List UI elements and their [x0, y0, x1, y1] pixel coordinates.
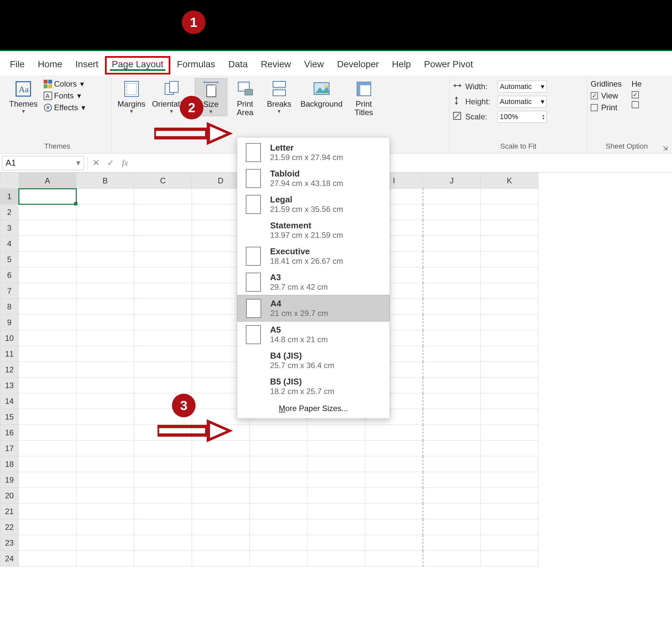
cell-B2[interactable]: [76, 204, 134, 220]
cell-K19[interactable]: [481, 472, 539, 488]
cell-K4[interactable]: [481, 236, 539, 252]
cell-H23[interactable]: [307, 535, 365, 551]
cell-C13[interactable]: [134, 378, 192, 393]
cell-D20[interactable]: [192, 488, 250, 503]
cell-D24[interactable]: [192, 551, 250, 567]
headings-view-checkbox[interactable]: ✓: [631, 90, 642, 100]
tab-formulas[interactable]: Formulas: [170, 56, 222, 74]
cell-K2[interactable]: [481, 204, 539, 220]
size-option-letter[interactable]: Letter21.59 cm x 27.94 cm: [237, 139, 389, 165]
cell-J9[interactable]: [423, 315, 481, 330]
cell-D22[interactable]: [192, 519, 250, 535]
cell-B16[interactable]: [76, 425, 134, 441]
cell-D19[interactable]: [192, 472, 250, 488]
cell-I23[interactable]: [365, 535, 423, 551]
cell-I22[interactable]: [365, 519, 423, 535]
cell-J10[interactable]: [423, 330, 481, 346]
cell-A2[interactable]: [19, 204, 76, 220]
cell-D21[interactable]: [192, 503, 250, 519]
tab-developer[interactable]: Developer: [330, 56, 386, 74]
row-header-1[interactable]: 1: [0, 189, 19, 204]
cell-C7[interactable]: [134, 283, 192, 299]
cell-J6[interactable]: [423, 267, 481, 283]
tab-file[interactable]: File: [3, 56, 31, 74]
cell-B20[interactable]: [76, 488, 134, 503]
tab-insert[interactable]: Insert: [69, 56, 105, 74]
cell-H20[interactable]: [307, 488, 365, 503]
cell-H19[interactable]: [307, 472, 365, 488]
row-header-8[interactable]: 8: [0, 299, 19, 315]
row-header-4[interactable]: 4: [0, 236, 19, 252]
themes-button[interactable]: Aa Themes ▾: [6, 78, 41, 115]
col-header-B[interactable]: B: [76, 173, 134, 189]
row-header-3[interactable]: 3: [0, 220, 19, 236]
scale-launcher-icon[interactable]: ⇲: [663, 145, 670, 152]
row-header-23[interactable]: 23: [0, 535, 19, 551]
row-header-6[interactable]: 6: [0, 267, 19, 283]
col-header-C[interactable]: C: [134, 173, 192, 189]
row-header-21[interactable]: 21: [0, 503, 19, 519]
cell-J18[interactable]: [423, 457, 481, 472]
cell-K24[interactable]: [481, 551, 539, 567]
width-spinner[interactable]: Automatic▾: [497, 81, 547, 93]
col-header-A[interactable]: A: [19, 173, 76, 189]
cell-J22[interactable]: [423, 519, 481, 535]
cell-B11[interactable]: [76, 346, 134, 362]
cell-C15[interactable]: [134, 409, 192, 425]
cell-I24[interactable]: [365, 551, 423, 567]
cell-C10[interactable]: [134, 330, 192, 346]
cell-H18[interactable]: [307, 457, 365, 472]
cell-A19[interactable]: [19, 472, 76, 488]
orientation-button[interactable]: Orientation ▾: [149, 78, 193, 115]
cell-G18[interactable]: [250, 457, 307, 472]
name-box[interactable]: A1▾: [2, 156, 84, 170]
insert-function-button[interactable]: fx: [118, 158, 132, 168]
cell-J5[interactable]: [423, 252, 481, 267]
row-header-16[interactable]: 16: [0, 425, 19, 441]
cell-B17[interactable]: [76, 441, 134, 457]
colors-button[interactable]: Colors▾: [42, 78, 87, 90]
cell-J1[interactable]: [423, 189, 481, 204]
cell-G23[interactable]: [250, 535, 307, 551]
background-button[interactable]: Background: [297, 78, 346, 109]
cell-C8[interactable]: [134, 299, 192, 315]
cell-K1[interactable]: [481, 189, 539, 204]
cell-J15[interactable]: [423, 409, 481, 425]
cell-A7[interactable]: [19, 283, 76, 299]
cell-B10[interactable]: [76, 330, 134, 346]
select-all-corner[interactable]: [0, 173, 19, 189]
formula-input[interactable]: [132, 156, 672, 170]
cell-A12[interactable]: [19, 362, 76, 378]
cell-A5[interactable]: [19, 252, 76, 267]
cell-I18[interactable]: [365, 457, 423, 472]
cell-B18[interactable]: [76, 457, 134, 472]
row-header-2[interactable]: 2: [0, 204, 19, 220]
cell-H16[interactable]: [307, 425, 365, 441]
row-header-18[interactable]: 18: [0, 457, 19, 472]
cell-K11[interactable]: [481, 346, 539, 362]
cell-J7[interactable]: [423, 283, 481, 299]
cell-B19[interactable]: [76, 472, 134, 488]
cell-C21[interactable]: [134, 503, 192, 519]
cell-A23[interactable]: [19, 535, 76, 551]
cell-C17[interactable]: [134, 441, 192, 457]
col-header-K[interactable]: K: [481, 173, 539, 189]
cell-J13[interactable]: [423, 378, 481, 393]
cell-B14[interactable]: [76, 393, 134, 409]
cell-A8[interactable]: [19, 299, 76, 315]
row-header-12[interactable]: 12: [0, 362, 19, 378]
cell-G16[interactable]: [250, 425, 307, 441]
size-option-a4[interactable]: A421 cm x 29.7 cm: [237, 295, 389, 321]
row-header-11[interactable]: 11: [0, 346, 19, 362]
cell-C4[interactable]: [134, 236, 192, 252]
cell-C22[interactable]: [134, 519, 192, 535]
row-header-19[interactable]: 19: [0, 472, 19, 488]
row-header-22[interactable]: 22: [0, 519, 19, 535]
cell-D18[interactable]: [192, 457, 250, 472]
cell-G22[interactable]: [250, 519, 307, 535]
fonts-button[interactable]: A Fonts▾: [42, 90, 87, 102]
cell-J3[interactable]: [423, 220, 481, 236]
cell-K6[interactable]: [481, 267, 539, 283]
cell-A13[interactable]: [19, 378, 76, 393]
cell-J14[interactable]: [423, 393, 481, 409]
